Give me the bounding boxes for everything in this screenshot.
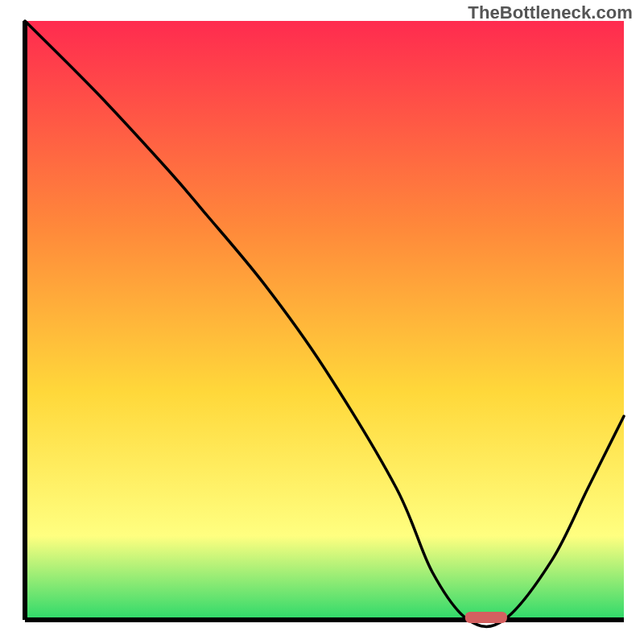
bottleneck-chart xyxy=(0,0,644,644)
chart-root: TheBottleneck.com xyxy=(0,0,644,644)
optimum-marker xyxy=(465,612,507,623)
